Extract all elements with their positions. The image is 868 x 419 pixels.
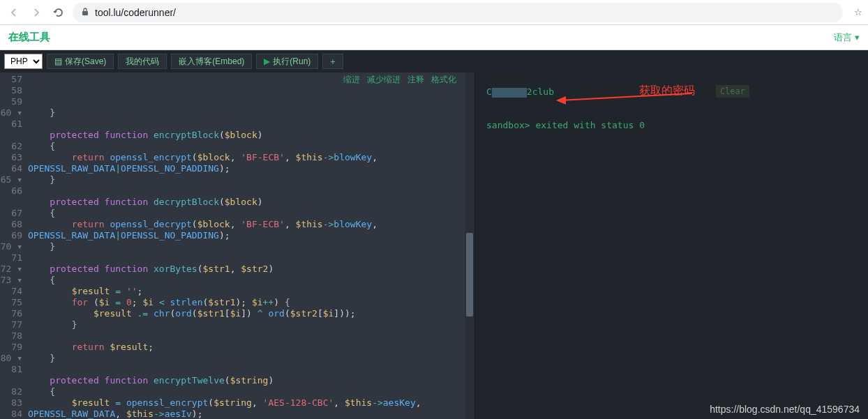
line-number: 57 [0,74,22,85]
scroll-thumb[interactable] [466,233,473,317]
line-number: 67 [0,208,22,219]
mycode-button[interactable]: 我的代码 [118,54,167,69]
code-line: for ($i = 0; $i < strlen($str1); $i++) { [28,297,465,308]
line-number: 65 ▾ [0,174,22,185]
url-text: tool.lu/coderunner/ [95,7,176,18]
line-number: 66 [0,185,22,197]
format-hint[interactable]: 格式化 [431,74,456,85]
redacted-block: xxxxxx [492,88,527,98]
run-button[interactable]: ▶ 执行(Run) [256,54,318,69]
code-line: return $result; [28,342,465,353]
code-line [28,364,465,375]
code-line: protected function encryptTwelve($string… [28,375,465,386]
reload-button[interactable] [50,4,67,21]
indent-hint[interactable]: 缩进 [343,74,360,85]
arrow-annotation [556,91,696,112]
code-line: { [28,141,465,152]
lock-icon [81,7,89,18]
line-number: 60 ▾ [0,107,22,119]
forward-button[interactable] [28,4,45,21]
code-line: OPENSSL_RAW_DATA, $this->aesIv); [28,409,465,419]
bookmark-star-icon[interactable]: ☆ [854,7,862,17]
url-bar[interactable]: tool.lu/coderunner/ [73,3,843,22]
code-line: return openssl_encrypt($block, 'BF-ECB',… [28,152,465,163]
line-number: 70 ▾ [0,241,22,252]
language-select[interactable]: PHP [4,54,43,69]
code-line [28,252,465,264]
svg-line-1 [560,93,692,100]
output-pane: Cxxxxxx2club sandbox> exited with status… [474,73,868,419]
toolbar: PHP ▤ 保存(Save) 我的代码 嵌入博客(Embed) ▶ 执行(Run… [0,50,868,73]
code-area[interactable]: 缩进 减少缩进 注释 格式化 } protected function encr… [28,73,465,419]
editor-pane: 57585960 ▾6162636465 ▾6667686970 ▾7172 ▾… [0,73,474,419]
output-line-2: sandbox> exited with status 0 [486,120,857,131]
line-number [0,197,22,208]
chevron-down-icon: ▾ [855,32,860,43]
line-number: 74 [0,286,22,297]
editor-scrollbar[interactable] [465,73,474,419]
code-line: { [28,386,465,397]
line-number: 62 [0,141,22,152]
save-button[interactable]: ▤ 保存(Save) [47,54,114,69]
code-line: { [28,275,465,286]
line-number: 78 [0,330,22,342]
code-line: { [28,208,465,219]
line-number: 71 [0,252,22,264]
code-line [28,185,465,197]
line-number: 58 [0,85,22,96]
line-number: 80 ▾ [0,353,22,364]
line-number: 81 [0,364,22,375]
line-number: 76 [0,308,22,319]
line-number: 59 [0,96,22,107]
code-line: } [28,241,465,252]
line-gutter: 57585960 ▾6162636465 ▾6667686970 ▾7172 ▾… [0,73,28,419]
svg-marker-2 [556,96,566,105]
line-number: 64 [0,163,22,174]
clear-button[interactable]: Clear [716,85,749,98]
code-line: protected function xorBytes($str1, $str2… [28,264,465,275]
line-number: 84 [0,409,22,419]
line-number: 73 ▾ [0,275,22,286]
code-line: } [28,319,465,330]
line-number [0,130,22,141]
save-icon: ▤ [54,56,62,66]
code-line: $result = ''; [28,286,465,297]
add-button[interactable]: ＋ [322,54,343,69]
line-number: 79 [0,342,22,353]
back-button[interactable] [6,4,22,21]
code-line: $result .= chr(ord($str1[$i]) ^ ord($str… [28,308,465,319]
svg-rect-0 [82,11,88,15]
code-line: } [28,174,465,185]
language-dropdown[interactable]: 语言 ▾ [834,31,860,44]
comment-hint[interactable]: 注释 [407,74,424,85]
plus-icon: ＋ [329,56,337,68]
line-number: 75 [0,297,22,308]
line-number: 83 [0,397,22,409]
line-number: 63 [0,152,22,163]
line-number [0,375,22,386]
line-number: 82 [0,386,22,397]
code-line: protected function decryptBlock($block) [28,197,465,208]
code-line: protected function encryptBlock($block) [28,130,465,141]
line-number: 61 [0,119,22,130]
code-line: } [28,353,465,364]
watermark: https://blog.csdn.net/qq_41596734 [710,404,860,415]
code-line: return openssl_decrypt($block, 'BF-ECB',… [28,219,465,230]
browser-chrome: tool.lu/coderunner/ ☆ [0,0,868,25]
line-number: 77 [0,319,22,330]
embed-button[interactable]: 嵌入博客(Embed) [171,54,252,69]
code-line [28,330,465,342]
code-line: $result = openssl_encrypt($string, 'AES-… [28,397,465,409]
code-line: OPENSSL_RAW_DATA|OPENSSL_NO_PADDING); [28,163,465,174]
code-line: OPENSSL_RAW_DATA|OPENSSL_NO_PADDING); [28,230,465,241]
play-icon: ▶ [264,56,270,66]
line-number: 68 [0,219,22,230]
line-number: 72 ▾ [0,264,22,275]
dedent-hint[interactable]: 减少缩进 [367,74,401,85]
code-line [28,119,465,130]
main-area: 57585960 ▾6162636465 ▾6667686970 ▾7172 ▾… [0,73,868,419]
code-line: } [28,107,465,119]
site-header: 在线工具 语言 ▾ [0,25,868,50]
line-number: 69 [0,230,22,241]
site-title: 在线工具 [8,31,50,44]
